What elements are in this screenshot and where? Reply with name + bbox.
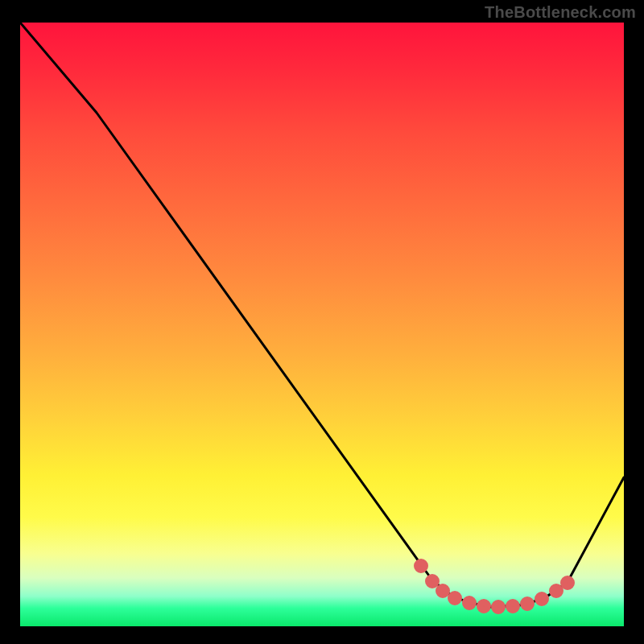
watermark-text: TheBottleneck.com [485, 3, 636, 22]
svg-point-10 [552, 587, 560, 595]
svg-point-1 [428, 577, 436, 585]
svg-point-7 [509, 602, 517, 610]
bottleneck-curve [20, 23, 624, 607]
svg-point-2 [439, 587, 447, 595]
plot-area [20, 23, 624, 626]
svg-point-11 [564, 579, 572, 587]
svg-point-0 [417, 562, 425, 570]
svg-point-5 [480, 602, 488, 610]
svg-point-3 [451, 594, 459, 602]
svg-point-4 [465, 599, 473, 607]
optimal-range-markers [417, 562, 572, 611]
svg-point-8 [523, 600, 531, 608]
svg-point-6 [494, 603, 502, 611]
chart-frame: TheBottleneck.com [0, 0, 644, 644]
curve-overlay [20, 23, 624, 626]
svg-point-9 [538, 595, 546, 603]
